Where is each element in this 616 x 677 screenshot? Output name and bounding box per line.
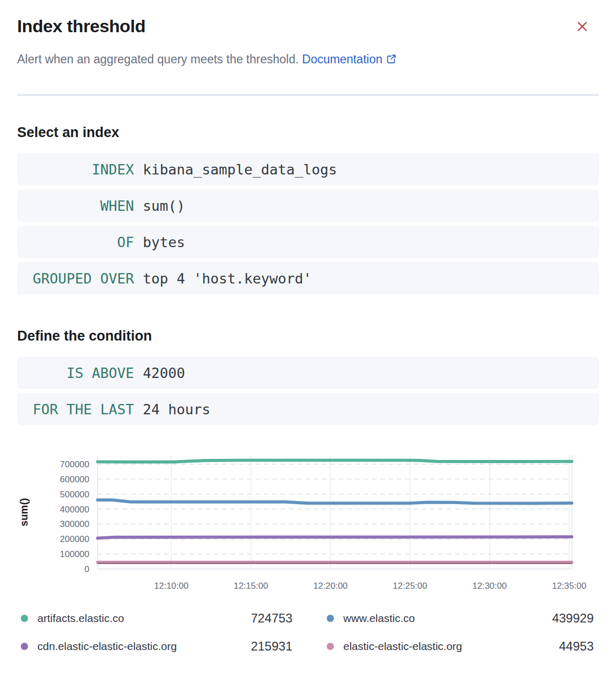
page-header: Index threshold Alert when an aggregated… xyxy=(17,0,599,96)
legend-value: 439929 xyxy=(552,611,594,626)
condition-heading: Define the condition xyxy=(17,328,599,344)
y-tick-label: 500000 xyxy=(60,490,89,499)
expression-of[interactable]: OF bytes xyxy=(17,226,599,258)
legend-item: cdn.elastic-elastic-elastic.org 215931 xyxy=(17,639,292,653)
y-tick-label: 100000 xyxy=(60,549,89,559)
expression-keyword: WHEN xyxy=(17,198,134,214)
y-tick-label: 700000 xyxy=(60,459,89,469)
legend-item: artifacts.elastic.co 724753 xyxy=(17,611,292,625)
expression-for-the-last[interactable]: FOR THE LAST 24 hours xyxy=(17,393,599,425)
expression-keyword: GROUPED OVER xyxy=(17,270,134,287)
x-tick-label: 12:15:00 xyxy=(234,581,268,591)
legend-dot xyxy=(327,643,334,650)
select-index-section: Select an index INDEX kibana_sample_data… xyxy=(17,124,599,294)
series-line-www.elastic.co xyxy=(98,500,572,504)
header-divider xyxy=(17,94,599,96)
subtitle-text: Alert when an aggregated query meets the… xyxy=(17,52,299,66)
expression-value: top 4 'host.keyword' xyxy=(143,270,312,287)
legend-dot xyxy=(21,615,28,622)
expression-keyword: INDEX xyxy=(17,161,134,178)
y-tick-label: 0 xyxy=(85,564,89,574)
documentation-link[interactable]: Documentation xyxy=(302,52,397,66)
close-icon xyxy=(575,20,589,33)
page-title: Index threshold xyxy=(17,16,599,36)
expression-when[interactable]: WHEN sum() xyxy=(17,189,599,222)
condition-section: Define the condition IS ABOVE 42000 FOR … xyxy=(17,328,599,425)
threshold-preview-chart: 0100000200000300000400000500000600000700… xyxy=(17,446,599,602)
expression-value: 42000 xyxy=(143,365,185,381)
y-tick-label: 300000 xyxy=(60,519,89,529)
legend-label: artifacts.elastic.co xyxy=(37,612,124,625)
chart-legend: artifacts.elastic.co 724753 www.elastic.… xyxy=(17,611,599,653)
close-button[interactable] xyxy=(574,19,590,34)
flyout-subtitle: Alert when an aggregated query meets the… xyxy=(17,51,599,67)
x-tick-label: 12:35:00 xyxy=(552,581,586,591)
expression-value: sum() xyxy=(143,198,185,214)
x-tick-label: 12:20:00 xyxy=(313,581,347,591)
expression-keyword: OF xyxy=(17,234,134,250)
y-tick-label: 600000 xyxy=(60,475,89,484)
external-link-icon xyxy=(386,53,397,64)
legend-item: elastic-elastic-elastic.org 44953 xyxy=(323,639,594,653)
threshold-chart-svg: 0100000200000300000400000500000600000700… xyxy=(17,446,599,602)
expression-index[interactable]: INDEX kibana_sample_data_logs xyxy=(17,153,599,185)
select-index-heading: Select an index xyxy=(17,124,599,141)
legend-label: www.elastic.co xyxy=(343,612,415,625)
expression-value: 24 hours xyxy=(143,401,210,417)
expression-keyword: IS ABOVE xyxy=(17,365,134,381)
legend-value: 724753 xyxy=(251,611,292,626)
expression-grouped-over[interactable]: GROUPED OVER top 4 'host.keyword' xyxy=(17,262,599,294)
y-tick-label: 200000 xyxy=(60,534,89,544)
expression-keyword: FOR THE LAST xyxy=(17,401,134,417)
y-tick-label: 400000 xyxy=(60,505,89,514)
legend-dot xyxy=(21,643,28,650)
legend-label: elastic-elastic-elastic.org xyxy=(343,640,462,653)
legend-item: www.elastic.co 439929 xyxy=(323,611,594,625)
legend-value: 44953 xyxy=(559,639,594,654)
expression-is-above[interactable]: IS ABOVE 42000 xyxy=(17,357,599,389)
series-line-artifacts.elastic.co xyxy=(98,461,572,462)
x-tick-label: 12:25:00 xyxy=(393,581,427,591)
legend-label: cdn.elastic-elastic-elastic.org xyxy=(37,640,177,653)
expression-value: bytes xyxy=(143,234,185,250)
x-tick-label: 12:10:00 xyxy=(154,581,189,591)
expression-value: kibana_sample_data_logs xyxy=(143,161,337,178)
legend-value: 215931 xyxy=(251,639,292,654)
series-line-cdn.elastic-elastic-elastic.org xyxy=(98,537,572,538)
legend-dot xyxy=(327,615,334,622)
y-axis-title: sum() xyxy=(18,498,30,526)
documentation-link-label: Documentation xyxy=(302,52,383,66)
flyout-panel: Index threshold Alert when an aggregated… xyxy=(0,0,616,653)
x-tick-label: 12:30:00 xyxy=(473,581,507,591)
